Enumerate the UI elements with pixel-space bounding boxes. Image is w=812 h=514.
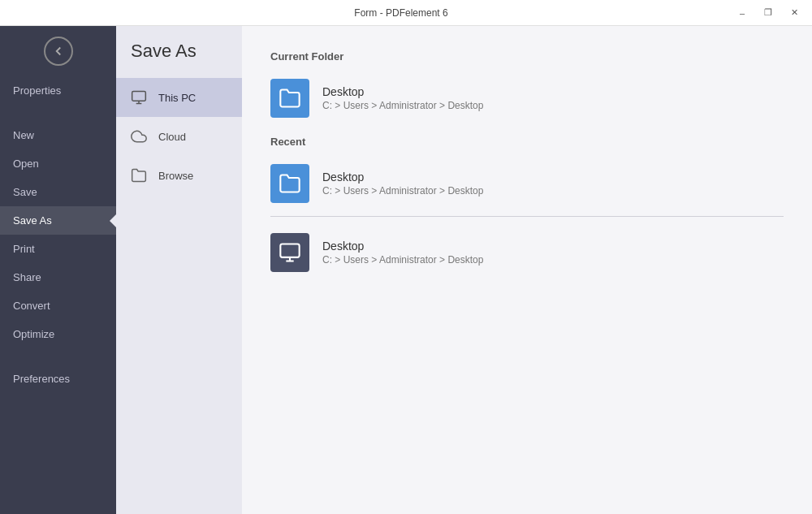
sidebar-item-share[interactable]: Share xyxy=(0,263,116,292)
sidebar-item-convert[interactable]: Convert xyxy=(0,292,116,320)
window-controls: – ❐ ✕ xyxy=(731,5,806,21)
sidebar-item-save-as[interactable]: Save As xyxy=(0,206,116,235)
current-folder-path: C: > Users > Administrator > Desktop xyxy=(322,100,483,111)
recent-item-info-0: Desktop C: > Users > Administrator > Des… xyxy=(322,171,483,197)
back-button[interactable] xyxy=(0,26,116,76)
sidebar-item-new[interactable]: New xyxy=(0,121,116,149)
recent-item-1[interactable]: Desktop C: > Users > Administrator > Des… xyxy=(270,228,784,277)
current-folder-icon xyxy=(270,79,309,118)
save-as-title: Save As xyxy=(116,26,242,78)
sidebar-item-preferences[interactable]: Preferences xyxy=(0,365,116,393)
restore-button[interactable]: ❐ xyxy=(757,5,780,21)
save-nav-browse[interactable]: Browse xyxy=(116,156,242,195)
recent-item-path-0: C: > Users > Administrator > Desktop xyxy=(322,185,483,197)
cloud-icon xyxy=(129,127,149,146)
save-nav-cloud[interactable]: Cloud xyxy=(116,117,242,156)
save-nav-this-pc[interactable]: This PC xyxy=(116,78,242,117)
folder-open-icon xyxy=(129,166,149,185)
sidebar-item-print[interactable]: Print xyxy=(0,235,116,263)
recent-item-name-0: Desktop xyxy=(322,171,483,184)
title-bar: Form - PDFelement 6 – ❐ ✕ xyxy=(0,0,812,26)
svg-rect-3 xyxy=(280,244,299,257)
recent-item-info-1: Desktop C: > Users > Administrator > Des… xyxy=(322,240,483,266)
recent-section: Recent Desktop C: > Users > Administrato… xyxy=(270,136,784,277)
minimize-button[interactable]: – xyxy=(731,5,754,21)
recent-divider xyxy=(270,216,784,217)
app-body: Properties New Open Save Save As Print xyxy=(0,26,812,514)
recent-folder-icon-1 xyxy=(270,233,309,272)
sidebar-item-save[interactable]: Save xyxy=(0,178,116,206)
current-folder-name: Desktop xyxy=(322,85,483,98)
current-folder-label: Current Folder xyxy=(270,50,784,63)
sidebar-item-open[interactable]: Open xyxy=(0,149,116,178)
svg-rect-0 xyxy=(132,92,146,102)
recent-item-path-1: C: > Users > Administrator > Desktop xyxy=(322,254,483,266)
sidebar-item-optimize[interactable]: Optimize xyxy=(0,320,116,348)
app-title: Form - PDFelement 6 xyxy=(71,7,731,19)
sidebar: Properties New Open Save Save As Print xyxy=(0,26,116,514)
back-circle-icon xyxy=(44,37,73,66)
monitor-icon xyxy=(129,88,149,107)
current-folder-item[interactable]: Desktop C: > Users > Administrator > Des… xyxy=(270,74,784,123)
recent-label: Recent xyxy=(270,136,784,148)
main-content: Current Folder Desktop C: > Users > Admi… xyxy=(242,26,812,514)
sidebar-item-properties[interactable]: Properties xyxy=(0,76,116,105)
current-folder-info: Desktop C: > Users > Administrator > Des… xyxy=(322,85,483,111)
recent-item-0[interactable]: Desktop C: > Users > Administrator > Des… xyxy=(270,159,784,208)
close-button[interactable]: ✕ xyxy=(783,5,806,21)
sidebar-nav: Properties New Open Save Save As Print xyxy=(0,76,116,514)
recent-folder-icon-0 xyxy=(270,164,309,203)
save-as-panel: Save As This PC Cloud xyxy=(116,26,242,514)
recent-item-name-1: Desktop xyxy=(322,240,483,253)
